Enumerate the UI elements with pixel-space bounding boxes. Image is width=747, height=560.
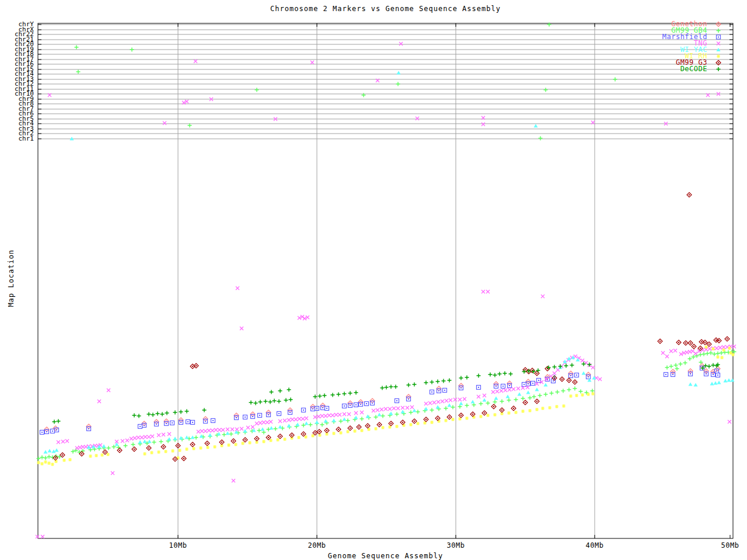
legend-item: DeCODE <box>662 66 725 72</box>
tng-marker-icon <box>707 40 725 47</box>
chart-screenshot: Chromosome 2 Markers vs Genome Sequence … <box>0 0 747 560</box>
series-decode <box>53 362 720 424</box>
chrom-label: chr1 <box>19 135 34 142</box>
x-tick-label: 20Mb <box>308 541 326 550</box>
decode-marker-icon <box>707 66 725 72</box>
x-tick-label: 30Mb <box>447 541 465 550</box>
series-gm99-gb4 <box>37 23 736 461</box>
wi-yac-marker-icon <box>707 47 725 53</box>
marshfield-marker-icon <box>707 34 725 40</box>
y-axis-label: Map Location <box>7 246 15 310</box>
gm99-g3-marker-icon <box>707 60 725 66</box>
genethon-marker-icon <box>707 21 725 27</box>
wi-rh-marker-icon <box>707 53 725 60</box>
series-wi-yac <box>44 71 735 454</box>
x-axis-label: Genome Sequence Assembly <box>38 552 733 560</box>
x-tick-label: 50Mb <box>721 541 739 550</box>
x-tick-label: 10Mb <box>169 541 187 550</box>
series-genethon <box>44 363 720 432</box>
legend-label: DeCODE <box>680 66 707 72</box>
series-marshfield <box>40 366 720 435</box>
series-wi-rh <box>37 345 735 466</box>
gm99-gb4-marker-icon <box>707 27 725 34</box>
plot-canvas: chrYchrXchr22chr21chr20chr19chr18chr17ch… <box>0 0 747 560</box>
x-tick-label: 40Mb <box>586 541 604 550</box>
legend: GenethonGM99 GB4MarshfieldTNGWI YACWI RH… <box>662 21 725 72</box>
series-tng <box>36 42 736 538</box>
